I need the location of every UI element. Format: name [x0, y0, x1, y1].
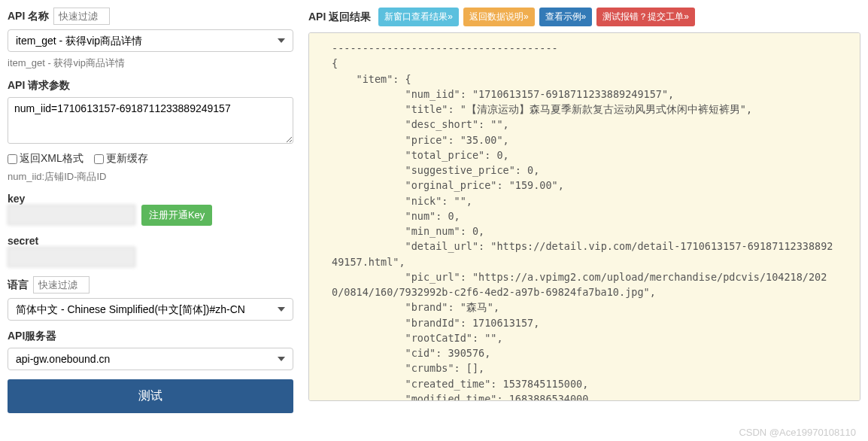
checkbox-xml[interactable] — [8, 154, 17, 164]
view-example-button[interactable]: 查看示例» — [539, 8, 593, 26]
lang-label: 语言 — [8, 278, 29, 292]
report-error-button[interactable]: 测试报错？提交工单» — [596, 8, 695, 26]
secret-input[interactable] — [8, 247, 135, 267]
checkbox-cache[interactable] — [94, 154, 104, 164]
new-window-button[interactable]: 新窗口查看结果» — [378, 8, 459, 26]
api-name-filter-input[interactable] — [53, 8, 110, 25]
api-name-label: API 名称 — [8, 10, 49, 23]
result-title: API 返回结果 — [308, 11, 371, 24]
data-desc-button[interactable]: 返回数据说明» — [463, 8, 535, 26]
right-panel: API 返回结果 新窗口查看结果» 返回数据说明» 查看示例» 测试报错？提交工… — [308, 8, 860, 413]
test-button[interactable]: 测试 — [8, 379, 293, 413]
lang-select[interactable]: 简体中文 - Chinese Simplified(中文[简体])#zh-CN — [8, 298, 293, 321]
api-name-help-text: item_get - 获得vip商品详情 — [8, 56, 293, 70]
request-params-label: API 请求参数 — [8, 79, 70, 93]
register-key-button[interactable]: 注册开通Key — [141, 205, 212, 226]
result-output[interactable]: ------------------------------------- { … — [308, 32, 860, 401]
server-select[interactable]: api-gw.onebound.cn — [8, 348, 293, 370]
params-help-text: num_iid:店铺ID-商品ID — [8, 170, 293, 184]
checkbox-cache-label[interactable]: 更新缓存 — [94, 152, 148, 164]
checkbox-xml-label[interactable]: 返回XML格式 — [8, 152, 83, 164]
secret-label: secret — [8, 235, 38, 247]
request-params-textarea[interactable]: num_iid=1710613157-6918711233889249157 — [8, 97, 293, 144]
key-label: key — [8, 193, 25, 205]
lang-filter-input[interactable] — [33, 276, 90, 293]
key-input[interactable] — [8, 205, 135, 225]
server-label: API服务器 — [8, 330, 56, 342]
left-panel: API 名称 item_get - 获得vip商品详情 item_get - 获… — [8, 8, 293, 413]
api-name-select[interactable]: item_get - 获得vip商品详情 — [8, 29, 293, 52]
